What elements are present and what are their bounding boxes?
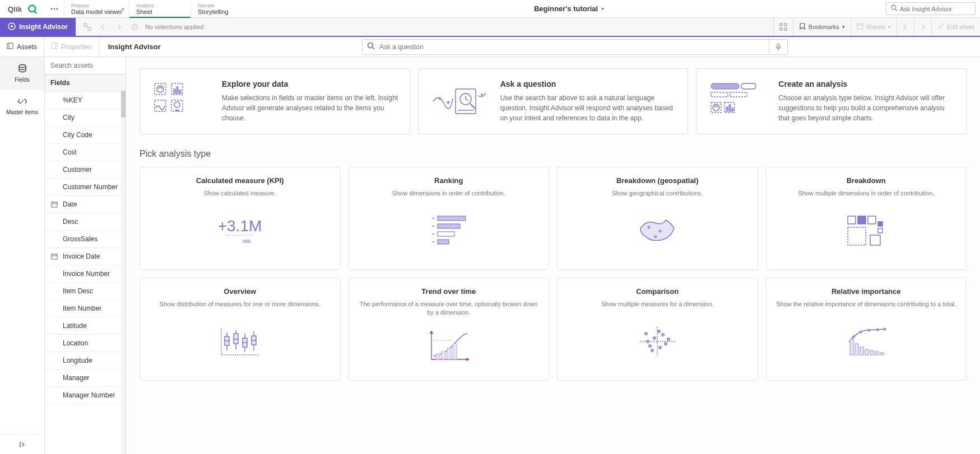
- more-icon[interactable]: [45, 0, 64, 17]
- tab-sub: Prepare: [71, 3, 122, 8]
- intro-card[interactable]: Ask a questionUse the search bar above t…: [418, 68, 689, 134]
- analysis-illustration: [775, 202, 958, 260]
- svg-rect-18: [784, 28, 787, 30]
- field-label: Customer: [63, 166, 92, 174]
- insight-advisor-title: Insight Advisor: [99, 43, 170, 51]
- ask-advisor-field[interactable]: [900, 6, 970, 12]
- svg-point-51: [447, 101, 449, 104]
- svg-line-12: [87, 26, 88, 27]
- field-item[interactable]: Date: [45, 196, 126, 213]
- qlik-logo[interactable]: Qlik: [0, 0, 45, 17]
- field-item[interactable]: GrossSales: [45, 231, 126, 248]
- analysis-card[interactable]: RankingShow dimensions in order of contr…: [349, 167, 550, 270]
- field-item[interactable]: Customer: [45, 161, 126, 179]
- field-item[interactable]: Desc: [45, 213, 126, 231]
- field-item[interactable]: Item Number: [45, 300, 126, 317]
- step-forward-icon[interactable]: [112, 20, 126, 34]
- bookmarks-dropdown[interactable]: Bookmarks ▾: [793, 18, 851, 36]
- analysis-card[interactable]: ComparisonShow multiple measures for a d…: [557, 278, 758, 381]
- svg-rect-135: [875, 352, 879, 355]
- sheets-icon: [857, 23, 863, 31]
- tab-prepare[interactable]: Prepare Data model viewer ▾: [64, 0, 129, 17]
- field-item[interactable]: Location: [45, 335, 126, 352]
- field-item[interactable]: Longitude: [45, 352, 126, 369]
- field-item[interactable]: Invoice Number: [45, 265, 126, 283]
- field-item[interactable]: %KEY: [45, 92, 126, 109]
- assets-toggle[interactable]: Assets: [0, 37, 44, 57]
- analysis-card[interactable]: Trend over timeThe performance of a meas…: [349, 278, 550, 381]
- field-item[interactable]: Manager Number: [45, 387, 126, 404]
- svg-rect-11: [88, 27, 91, 30]
- question-search-box[interactable]: [362, 39, 788, 55]
- svg-rect-67: [729, 105, 731, 111]
- svg-rect-60: [741, 83, 756, 89]
- selections-tool-icon[interactable]: [773, 18, 793, 36]
- field-item[interactable]: City Code: [45, 127, 126, 144]
- analysis-card[interactable]: Relative importanceShow the relative imp…: [766, 278, 967, 381]
- analysis-card[interactable]: BreakdownShow multiple dimensions in ord…: [766, 167, 967, 270]
- svg-point-9: [11, 25, 13, 27]
- field-item[interactable]: Customer Number: [45, 179, 126, 196]
- rail-label: Fields: [15, 77, 30, 83]
- assets-search-input[interactable]: [45, 57, 126, 74]
- ask-advisor-input[interactable]: [886, 2, 976, 15]
- svg-rect-19: [857, 24, 863, 29]
- next-sheet-button[interactable]: [914, 18, 931, 36]
- field-item[interactable]: City: [45, 109, 126, 127]
- rail-master-items[interactable]: Master items: [0, 90, 44, 122]
- svg-line-2: [34, 11, 36, 13]
- field-label: City Code: [63, 131, 92, 139]
- collapse-rail-icon[interactable]: [0, 434, 44, 454]
- edit-sheet-button[interactable]: Edit sheet: [931, 18, 980, 36]
- prev-sheet-button[interactable]: [897, 18, 914, 36]
- svg-point-4: [54, 8, 55, 10]
- question-input[interactable]: [379, 43, 769, 51]
- tab-analyze[interactable]: Analyze Sheet: [129, 0, 191, 17]
- field-label: Longitude: [63, 357, 92, 364]
- field-item[interactable]: Manager: [45, 369, 126, 387]
- svg-line-7: [895, 9, 897, 11]
- field-label: Latitude: [63, 322, 87, 330]
- tab-narrate[interactable]: Narrate Storytelling: [191, 0, 252, 17]
- rail-fields[interactable]: Fields: [0, 57, 44, 90]
- tab-sub: Analyze: [136, 3, 184, 8]
- app-title-dropdown[interactable]: Beginner's tutorial ▾: [252, 0, 886, 17]
- field-item[interactable]: Cost: [45, 144, 126, 161]
- step-back-icon[interactable]: [96, 20, 110, 34]
- pencil-icon: [937, 23, 944, 31]
- analysis-card[interactable]: OverviewShow distribution of measures fo…: [140, 278, 341, 381]
- svg-rect-84: [858, 216, 866, 224]
- field-item[interactable]: Latitude: [45, 317, 126, 335]
- intro-card[interactable]: Explore your dataMake selections in fiel…: [140, 68, 410, 134]
- clear-selections-icon[interactable]: [127, 20, 142, 34]
- svg-line-14: [132, 25, 137, 29]
- chevron-down-icon[interactable]: ▾: [122, 6, 124, 12]
- selections-status: No selections applied: [143, 24, 204, 30]
- analysis-card[interactable]: Breakdown (geospatial)Show geographical …: [557, 167, 758, 270]
- svg-line-54: [470, 104, 476, 109]
- analysis-illustration: [566, 313, 749, 371]
- bookmark-icon: [799, 23, 806, 31]
- svg-rect-131: [855, 344, 858, 355]
- insight-advisor-button[interactable]: Insight Advisor: [0, 18, 76, 36]
- svg-rect-15: [780, 24, 782, 26]
- svg-point-115: [645, 333, 648, 335]
- svg-point-129: [884, 328, 886, 330]
- microphone-icon[interactable]: [769, 40, 787, 54]
- calendar-icon: [50, 253, 58, 260]
- field-item[interactable]: Item Desc: [45, 283, 126, 300]
- sheets-dropdown[interactable]: Sheets ▾: [851, 18, 897, 36]
- analysis-illustration: [358, 202, 540, 260]
- svg-point-81: [659, 230, 661, 232]
- svg-point-6: [891, 5, 896, 10]
- svg-rect-73: [438, 216, 466, 221]
- svg-point-47: [174, 102, 180, 107]
- properties-toggle[interactable]: Properties: [44, 37, 99, 57]
- svg-point-64: [713, 104, 719, 111]
- smart-search-icon[interactable]: [80, 20, 95, 34]
- intro-desc: Choose an analysis type below. Insight A…: [778, 93, 956, 123]
- analysis-card[interactable]: Calculated measure (KPI)Show calculated …: [140, 167, 341, 270]
- field-item[interactable]: Invoice Date: [45, 248, 126, 265]
- scrollbar-thumb[interactable]: [121, 91, 126, 118]
- intro-card[interactable]: Create an analysisChoose an analysis typ…: [696, 68, 967, 134]
